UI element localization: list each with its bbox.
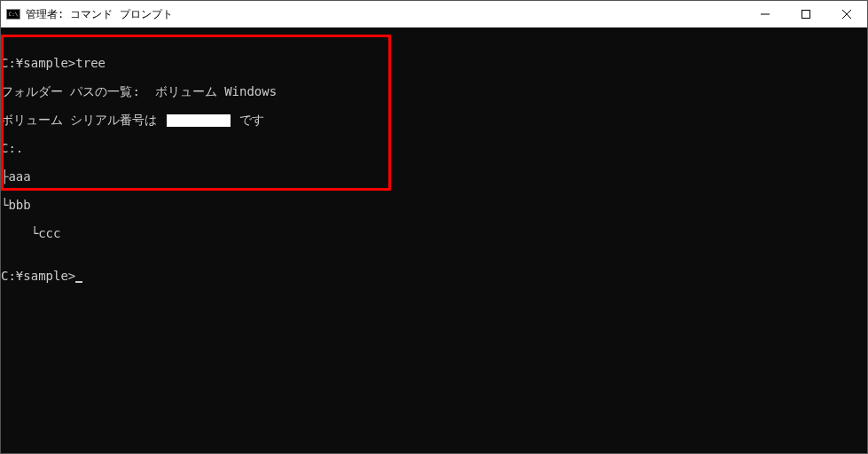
cursor bbox=[75, 281, 82, 283]
terminal-line: └ccc bbox=[1, 226, 277, 240]
terminal-line: C:¥sample>tree bbox=[1, 56, 277, 70]
titlebar[interactable]: 管理者: コマンド プロンプト bbox=[1, 1, 867, 27]
close-icon bbox=[842, 10, 851, 19]
line-part: ボリューム シリアル番号は bbox=[1, 113, 165, 127]
terminal-prompt: C:¥sample> bbox=[1, 269, 277, 283]
maximize-button[interactable] bbox=[786, 1, 826, 27]
titlebar-left: 管理者: コマンド プロンプト bbox=[6, 7, 173, 22]
cmd-icon bbox=[6, 9, 20, 20]
prompt-text: C:¥sample> bbox=[1, 269, 75, 283]
minimize-icon bbox=[761, 10, 770, 19]
terminal-line: └bbb bbox=[1, 198, 277, 212]
terminal-line: ├aaa bbox=[1, 169, 277, 184]
cmd-window: 管理者: コマンド プロンプト C:¥sample>tree フォルダー パスの… bbox=[0, 0, 868, 454]
terminal-line: フォルダー パスの一覧: ボリューム Windows bbox=[1, 84, 277, 98]
terminal-area[interactable]: C:¥sample>tree フォルダー パスの一覧: ボリューム Window… bbox=[1, 27, 867, 453]
maximize-icon bbox=[802, 10, 810, 19]
redacted-serial bbox=[167, 114, 231, 127]
line-part: です bbox=[232, 113, 264, 127]
close-button[interactable] bbox=[826, 1, 867, 27]
terminal-line: C:. bbox=[1, 141, 277, 155]
terminal-output: C:¥sample>tree フォルダー パスの一覧: ボリューム Window… bbox=[1, 27, 277, 311]
window-controls bbox=[745, 1, 867, 27]
svg-rect-1 bbox=[802, 11, 810, 19]
window-title: 管理者: コマンド プロンプト bbox=[26, 7, 173, 22]
terminal-line: ボリューム シリアル番号は です bbox=[1, 113, 277, 127]
minimize-button[interactable] bbox=[745, 1, 786, 27]
